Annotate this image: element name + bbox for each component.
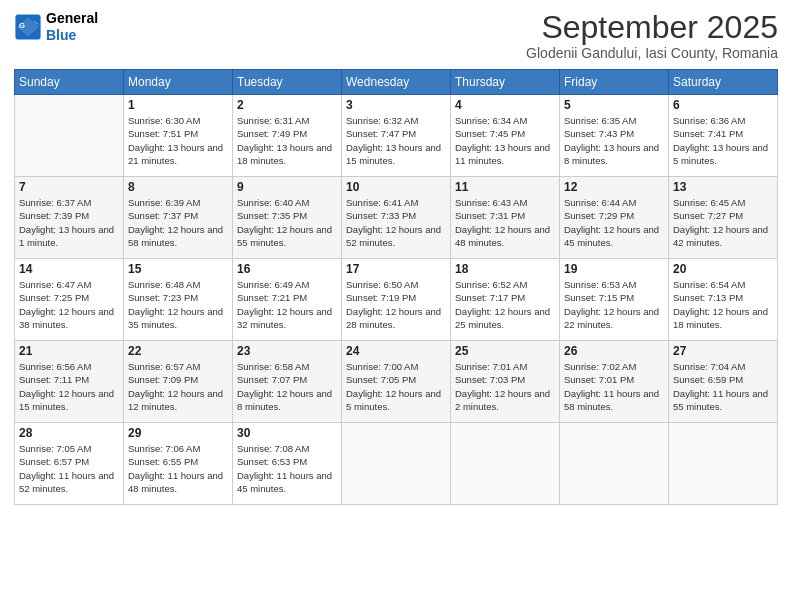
calendar-week-row: 21Sunrise: 6:56 AMSunset: 7:11 PMDayligh… <box>15 341 778 423</box>
calendar-day-header: Wednesday <box>342 70 451 95</box>
day-number: 20 <box>673 262 773 276</box>
day-info: Sunrise: 6:53 AMSunset: 7:15 PMDaylight:… <box>564 278 664 331</box>
calendar-cell <box>342 423 451 505</box>
day-info: Sunrise: 6:40 AMSunset: 7:35 PMDaylight:… <box>237 196 337 249</box>
day-number: 3 <box>346 98 446 112</box>
day-number: 30 <box>237 426 337 440</box>
day-info: Sunrise: 6:41 AMSunset: 7:33 PMDaylight:… <box>346 196 446 249</box>
day-info: Sunrise: 7:05 AMSunset: 6:57 PMDaylight:… <box>19 442 119 495</box>
day-number: 26 <box>564 344 664 358</box>
calendar-week-row: 14Sunrise: 6:47 AMSunset: 7:25 PMDayligh… <box>15 259 778 341</box>
day-number: 8 <box>128 180 228 194</box>
day-number: 2 <box>237 98 337 112</box>
day-number: 4 <box>455 98 555 112</box>
day-number: 18 <box>455 262 555 276</box>
calendar-day-header: Thursday <box>451 70 560 95</box>
day-info: Sunrise: 6:43 AMSunset: 7:31 PMDaylight:… <box>455 196 555 249</box>
calendar-cell: 12Sunrise: 6:44 AMSunset: 7:29 PMDayligh… <box>560 177 669 259</box>
calendar-cell: 8Sunrise: 6:39 AMSunset: 7:37 PMDaylight… <box>124 177 233 259</box>
calendar-cell: 19Sunrise: 6:53 AMSunset: 7:15 PMDayligh… <box>560 259 669 341</box>
page: G General Blue September 2025 Glodenii G… <box>0 0 792 612</box>
day-number: 17 <box>346 262 446 276</box>
day-number: 27 <box>673 344 773 358</box>
calendar-cell <box>15 95 124 177</box>
calendar-cell: 28Sunrise: 7:05 AMSunset: 6:57 PMDayligh… <box>15 423 124 505</box>
day-info: Sunrise: 6:37 AMSunset: 7:39 PMDaylight:… <box>19 196 119 249</box>
title-area: September 2025 Glodenii Gandului, Iasi C… <box>526 10 778 61</box>
calendar-cell: 15Sunrise: 6:48 AMSunset: 7:23 PMDayligh… <box>124 259 233 341</box>
location: Glodenii Gandului, Iasi County, Romania <box>526 45 778 61</box>
calendar-day-header: Saturday <box>669 70 778 95</box>
calendar-cell: 4Sunrise: 6:34 AMSunset: 7:45 PMDaylight… <box>451 95 560 177</box>
calendar-cell: 5Sunrise: 6:35 AMSunset: 7:43 PMDaylight… <box>560 95 669 177</box>
day-info: Sunrise: 6:34 AMSunset: 7:45 PMDaylight:… <box>455 114 555 167</box>
calendar-cell <box>669 423 778 505</box>
calendar-cell <box>560 423 669 505</box>
day-number: 9 <box>237 180 337 194</box>
day-number: 25 <box>455 344 555 358</box>
day-info: Sunrise: 6:58 AMSunset: 7:07 PMDaylight:… <box>237 360 337 413</box>
day-info: Sunrise: 6:57 AMSunset: 7:09 PMDaylight:… <box>128 360 228 413</box>
logo-blue: Blue <box>46 27 98 44</box>
day-info: Sunrise: 6:32 AMSunset: 7:47 PMDaylight:… <box>346 114 446 167</box>
calendar-cell: 3Sunrise: 6:32 AMSunset: 7:47 PMDaylight… <box>342 95 451 177</box>
calendar-table: SundayMondayTuesdayWednesdayThursdayFrid… <box>14 69 778 505</box>
logo-icon: G <box>14 13 42 41</box>
calendar-cell: 29Sunrise: 7:06 AMSunset: 6:55 PMDayligh… <box>124 423 233 505</box>
calendar-cell: 21Sunrise: 6:56 AMSunset: 7:11 PMDayligh… <box>15 341 124 423</box>
calendar-header-row: SundayMondayTuesdayWednesdayThursdayFrid… <box>15 70 778 95</box>
day-number: 29 <box>128 426 228 440</box>
day-number: 16 <box>237 262 337 276</box>
day-number: 10 <box>346 180 446 194</box>
logo-general: General <box>46 10 98 27</box>
calendar-cell: 30Sunrise: 7:08 AMSunset: 6:53 PMDayligh… <box>233 423 342 505</box>
calendar-cell: 7Sunrise: 6:37 AMSunset: 7:39 PMDaylight… <box>15 177 124 259</box>
calendar-cell: 23Sunrise: 6:58 AMSunset: 7:07 PMDayligh… <box>233 341 342 423</box>
calendar-cell <box>451 423 560 505</box>
calendar-cell: 6Sunrise: 6:36 AMSunset: 7:41 PMDaylight… <box>669 95 778 177</box>
calendar-cell: 25Sunrise: 7:01 AMSunset: 7:03 PMDayligh… <box>451 341 560 423</box>
day-info: Sunrise: 7:01 AMSunset: 7:03 PMDaylight:… <box>455 360 555 413</box>
calendar-cell: 10Sunrise: 6:41 AMSunset: 7:33 PMDayligh… <box>342 177 451 259</box>
calendar-cell: 2Sunrise: 6:31 AMSunset: 7:49 PMDaylight… <box>233 95 342 177</box>
day-info: Sunrise: 6:54 AMSunset: 7:13 PMDaylight:… <box>673 278 773 331</box>
calendar-cell: 13Sunrise: 6:45 AMSunset: 7:27 PMDayligh… <box>669 177 778 259</box>
calendar-cell: 26Sunrise: 7:02 AMSunset: 7:01 PMDayligh… <box>560 341 669 423</box>
day-number: 13 <box>673 180 773 194</box>
day-info: Sunrise: 7:00 AMSunset: 7:05 PMDaylight:… <box>346 360 446 413</box>
calendar-cell: 22Sunrise: 6:57 AMSunset: 7:09 PMDayligh… <box>124 341 233 423</box>
calendar-cell: 20Sunrise: 6:54 AMSunset: 7:13 PMDayligh… <box>669 259 778 341</box>
day-info: Sunrise: 6:50 AMSunset: 7:19 PMDaylight:… <box>346 278 446 331</box>
day-info: Sunrise: 7:02 AMSunset: 7:01 PMDaylight:… <box>564 360 664 413</box>
day-number: 7 <box>19 180 119 194</box>
day-info: Sunrise: 6:49 AMSunset: 7:21 PMDaylight:… <box>237 278 337 331</box>
day-info: Sunrise: 6:31 AMSunset: 7:49 PMDaylight:… <box>237 114 337 167</box>
day-info: Sunrise: 6:30 AMSunset: 7:51 PMDaylight:… <box>128 114 228 167</box>
calendar-cell: 27Sunrise: 7:04 AMSunset: 6:59 PMDayligh… <box>669 341 778 423</box>
day-info: Sunrise: 6:52 AMSunset: 7:17 PMDaylight:… <box>455 278 555 331</box>
day-number: 6 <box>673 98 773 112</box>
calendar-cell: 17Sunrise: 6:50 AMSunset: 7:19 PMDayligh… <box>342 259 451 341</box>
calendar-cell: 14Sunrise: 6:47 AMSunset: 7:25 PMDayligh… <box>15 259 124 341</box>
day-info: Sunrise: 6:35 AMSunset: 7:43 PMDaylight:… <box>564 114 664 167</box>
month-title: September 2025 <box>526 10 778 45</box>
calendar-cell: 11Sunrise: 6:43 AMSunset: 7:31 PMDayligh… <box>451 177 560 259</box>
calendar-day-header: Friday <box>560 70 669 95</box>
calendar-day-header: Monday <box>124 70 233 95</box>
day-number: 28 <box>19 426 119 440</box>
day-info: Sunrise: 6:39 AMSunset: 7:37 PMDaylight:… <box>128 196 228 249</box>
day-number: 1 <box>128 98 228 112</box>
logo: G General Blue <box>14 10 98 44</box>
day-info: Sunrise: 6:36 AMSunset: 7:41 PMDaylight:… <box>673 114 773 167</box>
day-number: 15 <box>128 262 228 276</box>
header: G General Blue September 2025 Glodenii G… <box>14 10 778 61</box>
calendar-cell: 1Sunrise: 6:30 AMSunset: 7:51 PMDaylight… <box>124 95 233 177</box>
day-number: 14 <box>19 262 119 276</box>
day-info: Sunrise: 7:06 AMSunset: 6:55 PMDaylight:… <box>128 442 228 495</box>
day-number: 23 <box>237 344 337 358</box>
calendar-week-row: 28Sunrise: 7:05 AMSunset: 6:57 PMDayligh… <box>15 423 778 505</box>
calendar-day-header: Sunday <box>15 70 124 95</box>
calendar-week-row: 1Sunrise: 6:30 AMSunset: 7:51 PMDaylight… <box>15 95 778 177</box>
calendar-cell: 16Sunrise: 6:49 AMSunset: 7:21 PMDayligh… <box>233 259 342 341</box>
day-info: Sunrise: 7:04 AMSunset: 6:59 PMDaylight:… <box>673 360 773 413</box>
